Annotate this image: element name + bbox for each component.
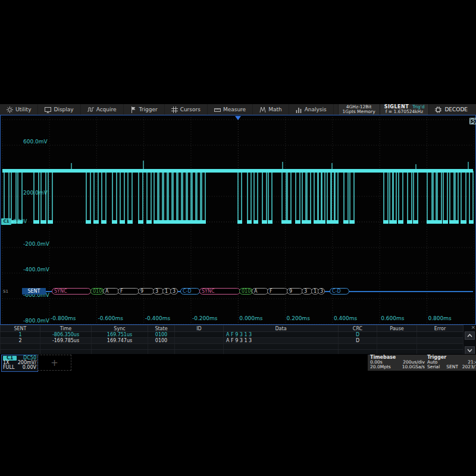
oscilloscope-screen: UtilityDisplayAcquireTriggerCursorsMeasu… [0,104,476,372]
bus-type-badge[interactable]: SENT [22,288,46,295]
decode-segment-sync: SYNC [52,288,91,295]
table-cell: -169.785us [40,338,92,344]
menu-items: UtilityDisplayAcquireTriggerCursorsMeasu… [0,104,334,115]
table-cell [92,344,148,350]
table-row[interactable] [1,344,464,350]
trigger-descriptor[interactable]: Trigger Auto Serial SENT [425,355,461,371]
gear-icon [7,107,13,113]
trigger-type: Serial [427,365,440,369]
menu-item-display[interactable]: Display [38,104,80,115]
decode-bus-row: S1 SENT SYNC0100AF9313C-DSYNC0100AF9313C… [1,288,474,295]
datetime-box[interactable]: 21:43:07 2023/11/13 [458,355,476,371]
add-channel-button[interactable]: + [37,355,71,371]
table-cell [224,344,339,350]
table-cell: 169.747us [92,338,148,344]
decode-segment-crc: C-D [180,288,200,295]
table-cell: 0100 [148,338,175,344]
table-cell [175,338,224,344]
table-cell [148,344,175,350]
menu-item-label: Utility [15,107,31,112]
status-bar: C1 DC50 1X 200mV/ FULL 0.00V + Timebase … [0,354,476,372]
scroll-down-button[interactable] [465,346,475,355]
acq-memory: 1Gpts Memory [343,109,375,115]
waveform-display[interactable]: 600.0mV200.0mV-200.0mV-400.0mV-600.0mV-8… [0,115,476,325]
menu-item-label: Measure [223,107,246,112]
table-cell: A F 9 3 1 3 [224,338,339,344]
decode-segment-data: F [118,288,139,295]
table-cell: 169.751us [92,332,148,338]
channel1-offset-value: 0.00V [13,219,27,224]
table-cell: 1 [1,332,40,338]
menu-item-acquire[interactable]: Acquire [81,104,124,115]
decode-button[interactable]: DECODE [428,104,476,115]
decode-segment-data: 9 [287,288,303,295]
decode-result-table[interactable]: SENTTimeSyncStateIDDataCRCPauseError1-80… [0,325,464,356]
table-cell [175,344,224,350]
decode-segment-data: F [267,288,288,295]
menu-bar: UtilityDisplayAcquireTriggerCursorsMeasu… [0,104,476,115]
table-cell: D [339,338,377,344]
channel1-bandwidth: FULL [3,365,14,370]
menu-item-label: Trigger [139,107,158,112]
decode-segment-data: A [103,288,119,295]
pin-icon[interactable] [469,118,475,124]
table-row[interactable]: 1-806.350us169.751us0100A F 9 3 1 3D [1,332,464,338]
plus-icon: + [51,358,58,368]
table-header: Sync [92,325,148,332]
table-header: Time [40,325,92,332]
trigger-frequency: f = 1.670524kHz [386,109,423,115]
trigger-position-marker[interactable] [235,116,241,120]
menu-item-trigger[interactable]: Trigger [124,104,165,115]
menu-item-analysis[interactable]: Analysis [289,104,334,115]
table-cell [417,338,464,344]
acquisition-info[interactable]: 4GHz-12Bit 1Gpts Memory [338,104,380,115]
acquire-icon [87,107,94,113]
chip-icon [435,107,441,113]
analysis-icon [296,107,302,113]
menu-item-label: Cursors [180,107,201,112]
table-cell [377,338,417,344]
timebase-descriptor[interactable]: Timebase 0.00s 200us/div 20.0Mpts 10.0GS… [368,355,427,371]
timebase-memory: 20.0Mpts [370,365,391,369]
menu-item-math[interactable]: Math [253,104,289,115]
timebase-samplerate: 10.0GSa/s [402,365,425,369]
channel1-descriptor[interactable]: C1 DC50 1X 200mV/ FULL 0.00V [1,355,38,372]
table-header: Pause [377,325,417,332]
table-cell [1,344,40,350]
screenshot-root: { "colors": { "accent": "#2d62b8", "trig… [0,0,476,476]
table-header: Error [417,325,464,332]
table-cell: 0100 [148,332,175,338]
menu-item-measure[interactable]: Measure [208,104,253,115]
decode-segment-crc: C-D [330,288,349,295]
table-header: Data [224,325,339,332]
table-cell [377,344,417,350]
menu-item-cursors[interactable]: Cursors [165,104,208,115]
bus-index-label: S1 [3,289,8,294]
decode-segment-data: 3 [318,288,325,295]
decode-segment-data: 9 [138,288,154,295]
decode-segment-data: A [252,288,268,295]
table-cell: -806.350us [40,332,92,338]
display-icon [45,107,51,113]
decode-segment-data: 3 [170,288,178,295]
chevron-down-icon [467,349,472,352]
table-row[interactable]: 2-169.785us169.747us0100A F 9 3 1 3D [1,338,464,344]
channel1-zero-marker[interactable]: C1 [1,218,11,225]
math-icon [259,107,266,113]
menu-item-utility[interactable]: Utility [0,104,38,115]
menu-item-label: Acquire [96,107,117,112]
table-cell: A F 9 3 1 3 [224,332,339,338]
menu-item-label: Math [268,107,282,112]
table-header: State [148,325,175,332]
menu-item-label: Analysis [305,107,327,112]
decode-result-table-area: SENTTimeSyncStateIDDataCRCPauseError1-80… [0,325,476,354]
table-cell [175,332,224,338]
table-header: ID [175,325,224,332]
menu-item-label: Display [54,107,73,112]
table-cell [417,344,464,350]
trigger-status-box[interactable]: SIGLENT Trig'd f = 1.670524kHz [380,104,429,115]
scroll-up-button[interactable] [465,331,475,340]
cursors-icon [171,107,178,113]
table-scrollbar [465,325,474,354]
table-cell: 2 [1,338,40,344]
